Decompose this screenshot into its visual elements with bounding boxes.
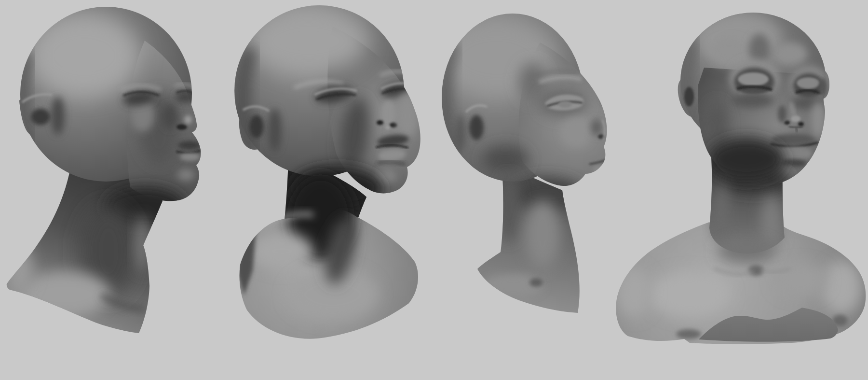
sculpt-render-canvas: [0, 0, 868, 380]
